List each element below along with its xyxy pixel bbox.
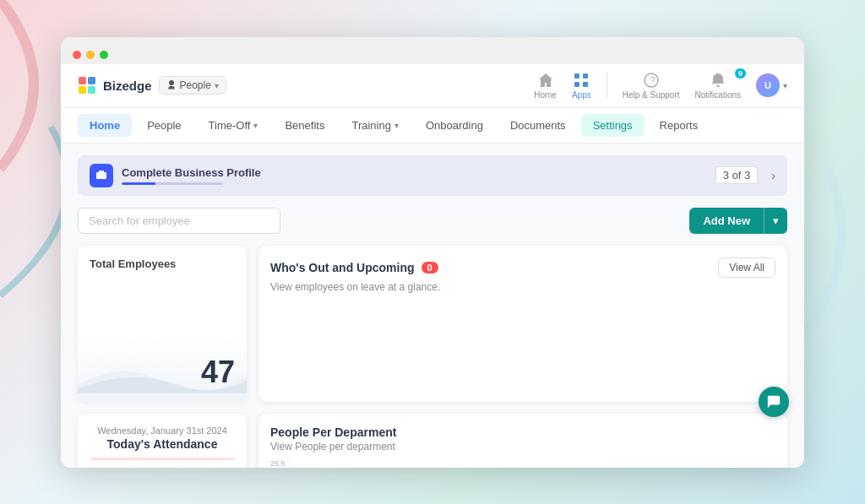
view-all-button[interactable]: View All [718,257,775,278]
y-label-1: 25.5 [270,459,286,468]
biz-profile-banner: Complete Business Profile 3 of 3 › [78,155,787,196]
attendance-card: Wednesday, January 31st 2024 Today's Att… [78,414,247,468]
legend-present: Present 0 [90,467,135,468]
add-new-button[interactable]: Add New [689,208,764,234]
help-nav-label: Help & Support [623,90,680,100]
whos-out-subtitle: View employees on leave at a glance. [270,281,775,293]
employees-card-title: Total Employees [90,257,235,270]
whos-out-card: Who's Out and Upcoming 0 View All View e… [258,246,787,402]
notifications-nav-label: Notifications [695,90,741,100]
logo-area: Bizedge [78,76,152,95]
svg-rect-7 [583,82,588,87]
attendance-progress-bar [90,458,235,460]
attendance-date: Wednesday, January 31st 2024 [90,425,235,436]
add-new-group: Add New ▾ [689,208,787,234]
attendance-title: Today's Attendance [90,437,235,451]
whos-out-title-area: Who's Out and Upcoming 0 [270,261,438,274]
logo-text: Bizedge [103,79,152,93]
biz-arrow-icon[interactable]: › [771,169,775,182]
svg-text:?: ? [650,76,656,85]
biz-profile-title: Complete Business Profile [122,166,261,179]
svg-rect-0 [79,77,86,84]
tab-documents[interactable]: Documents [498,114,578,137]
svg-rect-6 [574,82,579,87]
bizedge-logo-icon [78,76,96,95]
tab-benefits[interactable]: Benefits [273,114,336,137]
dept-card-title: People Per Deparment [270,425,775,439]
svg-rect-3 [88,86,95,94]
browser-dot-maximize[interactable] [100,51,108,59]
app-content: Bizedge People ▾ Home [61,64,804,468]
biz-counter: 3 of 3 [715,166,759,184]
biz-profile-info: Complete Business Profile [122,166,261,185]
biz-profile-icon [90,164,113,187]
employees-card: Total Employees 47 [78,246,247,402]
dept-card-subtitle: View People per deparment [270,441,775,453]
dept-chart: 25.5 20 16 12 [270,459,775,468]
svg-rect-1 [88,77,95,84]
tab-training[interactable]: Training ▾ [340,114,410,137]
help-nav-item[interactable]: ? Help & Support [623,72,680,100]
user-chevron-icon: ▾ [783,81,787,90]
whos-out-header: Who's Out and Upcoming 0 View All [270,257,775,278]
svg-rect-10 [96,172,106,179]
dept-card: People Per Deparment View People per dep… [258,414,787,468]
present-label: Present 0 [99,467,135,468]
chat-fab[interactable] [759,387,789,417]
tab-people[interactable]: People [135,114,193,137]
employees-count: 47 [90,355,235,390]
tab-training-arrow: ▾ [394,121,399,130]
tab-home[interactable]: Home [78,114,132,137]
nav-divider [607,73,607,98]
search-row: Add New ▾ [78,208,787,234]
browser-dot-close[interactable] [73,51,81,59]
chart-y-axis: 25.5 20 16 12 [270,459,286,468]
svg-rect-2 [79,86,86,94]
top-nav: Bizedge People ▾ Home [61,64,804,108]
cards-row: Total Employees 47 Who's Out and Upcomin… [78,246,787,402]
add-new-dropdown-button[interactable]: ▾ [764,208,787,234]
browser-chrome [61,37,804,64]
sub-nav: Home People Time-Off ▾ Benefits Training… [61,108,804,144]
legend-absent: Absent (17) [144,467,197,468]
chart-bars-area [289,459,775,468]
bottom-row: Wednesday, January 31st 2024 Today's Att… [78,414,787,468]
tab-onboarding[interactable]: Onboarding [414,114,495,137]
tab-time-off-arrow: ▾ [253,121,258,130]
search-input-wrap [78,208,280,234]
tab-settings[interactable]: Settings [581,114,645,137]
svg-rect-5 [583,73,588,79]
biz-profile-progress-fill [122,182,155,185]
notifications-nav-item[interactable]: 9 Notifications [695,72,741,100]
tab-reports[interactable]: Reports [648,114,710,137]
browser-dot-minimize[interactable] [86,51,95,59]
biz-profile-progress [122,182,223,185]
notification-count: 9 [735,68,746,79]
main-area: Complete Business Profile 3 of 3 › Add N… [61,144,804,468]
tab-time-off[interactable]: Time-Off ▾ [197,114,270,137]
top-nav-actions: Home Apps ? Help & Support [534,72,787,100]
people-badge[interactable]: People ▾ [159,76,226,95]
browser-window: Bizedge People ▾ Home [61,37,804,468]
people-badge-arrow: ▾ [215,81,219,90]
svg-rect-4 [574,73,579,79]
home-nav-item[interactable]: Home [534,72,557,100]
people-badge-label: People [180,79,211,91]
apps-nav-label: Apps [572,90,591,100]
whos-out-title: Who's Out and Upcoming [270,261,415,274]
search-input[interactable] [78,208,280,234]
user-avatar: U [756,73,780,97]
apps-nav-item[interactable]: Apps [572,72,591,100]
user-area[interactable]: U ▾ [756,73,787,97]
whos-out-badge: 0 [422,262,438,274]
attendance-legend: Present 0 Absent (17) Out of Work 0 [90,467,235,468]
absent-label: Absent (17) [153,467,197,468]
home-nav-label: Home [534,90,557,100]
